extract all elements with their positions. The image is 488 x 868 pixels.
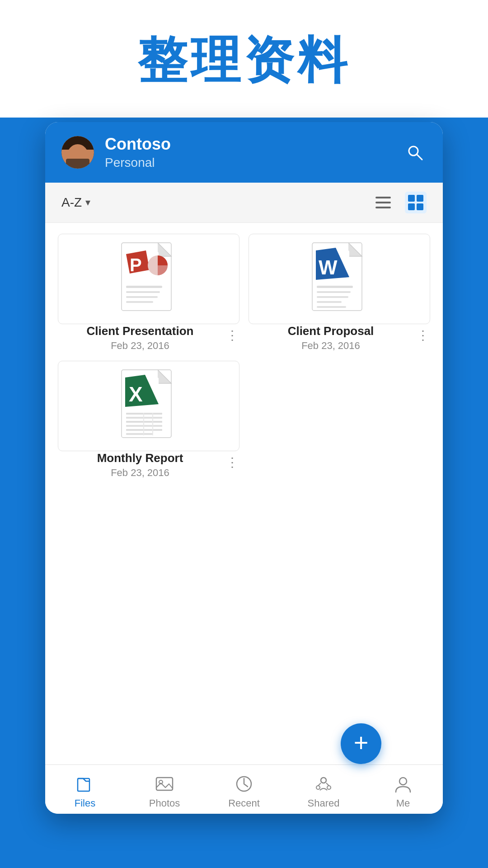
list-item[interactable]: W Client Proposal Feb 23, 2016 ⋮ — [249, 234, 430, 352]
svg-rect-22 — [317, 306, 346, 308]
account-type: Personal — [105, 156, 403, 170]
svg-point-41 — [321, 778, 326, 783]
file-more-button[interactable]: ⋮ — [417, 328, 430, 343]
file-date: Feb 23, 2016 — [58, 467, 222, 479]
account-name: Contoso — [105, 135, 403, 154]
nav-label: Photos — [149, 797, 180, 809]
svg-rect-5 — [408, 195, 415, 202]
files-grid: P Client Presentation Feb 23, 2016 ⋮ — [58, 234, 430, 479]
search-button[interactable] — [403, 141, 427, 164]
svg-rect-10 — [126, 286, 162, 288]
list-item[interactable]: X Monthly Report Feb 23, 2016 ⋮ — [58, 361, 239, 479]
plus-icon: + — [354, 730, 369, 755]
sidebar-item-shared[interactable]: Shared — [284, 773, 363, 809]
list-view-button[interactable] — [372, 192, 394, 213]
file-card-docx[interactable]: W — [249, 234, 430, 324]
svg-rect-31 — [126, 433, 153, 435]
svg-rect-20 — [317, 296, 348, 298]
bottom-nav: Files Photos Recent — [45, 764, 443, 814]
svg-rect-21 — [317, 301, 342, 303]
svg-rect-13 — [126, 301, 153, 303]
me-icon — [392, 773, 414, 795]
list-item[interactable]: P Client Presentation Feb 23, 2016 ⋮ — [58, 234, 239, 352]
app-header: Contoso Personal — [45, 122, 443, 183]
sidebar-item-files[interactable]: Files — [45, 773, 125, 809]
sidebar-item-recent[interactable]: Recent — [204, 773, 284, 809]
svg-rect-18 — [317, 286, 353, 288]
toolbar: A-Z ▾ — [45, 183, 443, 223]
nav-label: Shared — [308, 797, 340, 809]
files-area: P Client Presentation Feb 23, 2016 ⋮ — [45, 223, 443, 764]
svg-line-44 — [318, 783, 321, 786]
svg-line-45 — [326, 783, 329, 786]
photos-icon — [154, 773, 175, 795]
svg-rect-38 — [156, 778, 173, 790]
add-button[interactable]: + — [341, 723, 381, 764]
svg-rect-32 — [143, 413, 144, 435]
sidebar-item-photos[interactable]: Photos — [125, 773, 204, 809]
svg-rect-8 — [417, 203, 423, 210]
nav-label: Recent — [228, 797, 260, 809]
grid-view-button[interactable] — [405, 192, 427, 213]
svg-rect-4 — [375, 207, 391, 208]
nav-label: Files — [75, 797, 95, 809]
file-name: Monthly Report — [58, 451, 222, 465]
svg-text:P: P — [130, 255, 142, 275]
sidebar-item-me[interactable]: Me — [363, 773, 443, 809]
svg-text:W: W — [319, 256, 338, 278]
chevron-down-icon: ▾ — [85, 197, 90, 208]
file-more-button[interactable]: ⋮ — [226, 455, 239, 470]
svg-rect-7 — [408, 203, 415, 210]
shared-icon — [313, 773, 334, 795]
empty-slot — [249, 361, 430, 479]
svg-point-43 — [327, 786, 331, 789]
file-more-button[interactable]: ⋮ — [226, 328, 239, 343]
avatar[interactable] — [61, 136, 94, 169]
svg-rect-12 — [126, 296, 158, 298]
file-date: Feb 23, 2016 — [249, 340, 413, 352]
sort-label: A-Z — [61, 195, 82, 210]
file-date: Feb 23, 2016 — [58, 340, 222, 352]
app-card: Contoso Personal A-Z ▾ — [45, 122, 443, 814]
svg-rect-11 — [126, 291, 160, 293]
file-card-pptx[interactable]: P — [58, 234, 239, 324]
svg-point-42 — [316, 786, 320, 789]
file-name: Client Presentation — [58, 324, 222, 338]
svg-point-46 — [399, 778, 407, 785]
svg-rect-19 — [317, 291, 351, 293]
file-card-xlsx[interactable]: X — [58, 361, 239, 451]
recent-icon — [233, 773, 255, 795]
svg-rect-2 — [375, 197, 391, 198]
svg-rect-6 — [417, 195, 423, 202]
file-name: Client Proposal — [249, 324, 413, 338]
svg-rect-36 — [78, 778, 89, 791]
account-info: Contoso Personal — [105, 135, 403, 170]
files-icon — [74, 773, 96, 795]
svg-rect-33 — [152, 413, 153, 435]
nav-label: Me — [396, 797, 410, 809]
page-title: 整理资料 — [0, 27, 488, 94]
svg-line-1 — [417, 154, 422, 160]
svg-text:X: X — [129, 382, 143, 406]
svg-rect-37 — [78, 781, 89, 791]
svg-rect-3 — [375, 202, 391, 203]
sort-button[interactable]: A-Z ▾ — [61, 195, 90, 210]
